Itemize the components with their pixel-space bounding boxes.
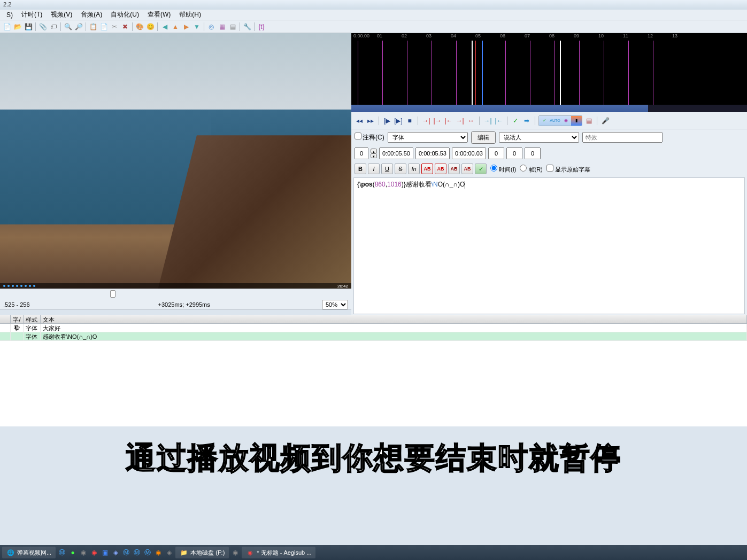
time-radio-label[interactable]: 时间(I) <box>490 165 516 174</box>
frame-radio-label[interactable]: 帧(R) <box>520 165 542 174</box>
zoom-select[interactable]: 50% <box>322 300 348 309</box>
show-original-checkbox[interactable] <box>546 165 553 172</box>
play-before-end-icon[interactable]: |← <box>444 116 453 126</box>
taskbar-icon[interactable]: ● <box>68 548 77 557</box>
waveform-spectrum[interactable] <box>351 41 747 105</box>
grid-row[interactable]: 字体 感谢收看\NO(∩_∩)O <box>0 332 747 341</box>
menu-audio[interactable]: 音频(A) <box>76 9 106 20</box>
auto-commit-toggle[interactable]: ✓ <box>539 116 550 126</box>
start-time-input[interactable] <box>379 147 413 159</box>
auto-next-toggle[interactable]: AUTO <box>550 116 560 126</box>
margin-r-input[interactable] <box>506 147 522 159</box>
grid-empty-area[interactable] <box>0 341 747 426</box>
waveform-scrollbar[interactable] <box>351 105 747 112</box>
cut-icon[interactable]: ✂ <box>110 22 119 32</box>
menu-automation[interactable]: 自动化(U) <box>106 9 143 20</box>
save-icon[interactable]: 💾 <box>24 22 33 32</box>
spectrum-toggle[interactable]: ▮ <box>571 116 582 126</box>
taskbar-item[interactable]: 🌐弹幕视频网... <box>2 547 56 558</box>
taskbar-icon[interactable]: Ⓜ <box>143 548 152 557</box>
taskbar-icon[interactable]: Ⓜ <box>58 548 66 557</box>
duration-input[interactable] <box>452 147 486 159</box>
karaoke-icon[interactable]: 🎤 <box>600 116 610 126</box>
script-icon[interactable]: {t} <box>257 22 266 32</box>
play-selection-icon[interactable]: [▶ <box>382 116 392 126</box>
menu-view[interactable]: 查看(W) <box>143 9 175 20</box>
style-select[interactable]: 字体 <box>388 132 468 143</box>
video-preview[interactable]: 20:42 .525 - 256 +3025ms; +2995ms 50% <box>0 33 351 310</box>
face-icon[interactable]: 😊 <box>145 22 155 32</box>
actor-select[interactable]: 说话人 <box>499 132 579 143</box>
video-seek-slider[interactable] <box>0 289 351 299</box>
margin-v-input[interactable] <box>525 147 541 159</box>
replace-icon[interactable]: 🔎 <box>74 22 83 32</box>
lead-in-icon[interactable]: →| <box>483 116 492 126</box>
delete-icon[interactable]: ✖ <box>120 22 130 32</box>
taskbar-icon[interactable]: Ⓜ <box>122 548 130 557</box>
play-after-start-icon[interactable]: |→ <box>433 116 442 126</box>
clip-icon[interactable]: 📎 <box>38 22 48 32</box>
grid-header-text[interactable]: 文本 <box>41 315 747 323</box>
next-line-icon[interactable]: ▸▸ <box>366 116 375 126</box>
bold-button[interactable]: B <box>355 164 366 174</box>
copy-icon[interactable]: 📋 <box>88 22 98 32</box>
play-after-end-icon[interactable]: →| <box>455 116 465 126</box>
stop-icon[interactable]: ■ <box>405 116 414 126</box>
time-radio[interactable] <box>490 165 497 172</box>
seek-thumb[interactable] <box>110 290 115 298</box>
effect-input[interactable] <box>582 132 663 143</box>
next-commit-icon[interactable]: ➡ <box>522 116 532 126</box>
open-folder-icon[interactable]: 📂 <box>13 22 22 32</box>
font-button[interactable]: fn <box>408 164 420 174</box>
taskbar-item-aegisub[interactable]: ◉* 无标题 - Aegisub ... <box>242 547 315 558</box>
comment-checkbox[interactable] <box>355 133 361 139</box>
taskbar-icon[interactable]: ◉ <box>231 548 240 557</box>
edit-style-button[interactable]: 编辑 <box>471 131 496 144</box>
margin-l-input[interactable] <box>488 147 504 159</box>
taskbar-item-explorer[interactable]: 📁本地磁盘 (F:) <box>175 547 229 558</box>
taskbar-icon[interactable]: ▣ <box>101 548 109 557</box>
color2-button[interactable]: AB <box>435 164 446 174</box>
audio-waveform[interactable]: 0:00:00 01 02 03 04 05 06 07 08 09 10 11… <box>351 33 747 112</box>
taskbar-icon[interactable]: ◉ <box>154 548 163 557</box>
taskbar-icon[interactable]: Ⓜ <box>133 548 141 557</box>
menu-timing[interactable]: 计时(T) <box>17 9 47 20</box>
scrollbar-thumb[interactable] <box>351 105 648 112</box>
menu-help[interactable]: 帮助(H) <box>175 9 205 20</box>
commit-icon[interactable]: ✓ <box>511 116 520 126</box>
show-original-label[interactable]: 显示原始字幕 <box>546 165 590 174</box>
color1-button[interactable]: AB <box>421 164 433 174</box>
tools-icon[interactable]: 🔧 <box>242 22 252 32</box>
find-icon[interactable]: 🔍 <box>63 22 73 32</box>
list-icon[interactable]: ▤ <box>228 22 237 32</box>
frame-icon[interactable]: ▦ <box>217 22 227 32</box>
taskbar-icon[interactable]: ◈ <box>165 548 173 557</box>
lead-out-icon[interactable]: |← <box>494 116 504 126</box>
subtitle-text-input[interactable]: {\pos(860,1016)}感谢收看\NO(∩_∩)O <box>353 177 745 314</box>
grid-header-style[interactable]: 样式 <box>24 315 41 323</box>
arrow-left-icon[interactable]: ◀ <box>160 22 170 32</box>
color4-button[interactable]: AB <box>461 164 473 174</box>
taskbar-icon[interactable]: ◉ <box>79 548 88 557</box>
auto-scroll-toggle[interactable]: ◉ <box>560 116 571 126</box>
grid-header-cps[interactable]: 字/秒 <box>11 315 24 323</box>
arrow-right-icon[interactable]: ▶ <box>181 22 191 32</box>
grid-header-blank[interactable] <box>0 315 11 323</box>
menu-video[interactable]: 视频(V) <box>47 9 76 20</box>
menu-s[interactable]: S) <box>2 10 17 20</box>
comment-checkbox-label[interactable]: 注释(C) <box>355 133 384 142</box>
new-file-icon[interactable]: 📄 <box>2 22 12 32</box>
color3-button[interactable]: AB <box>448 164 460 174</box>
taskbar-icon[interactable]: ◉ <box>90 548 98 557</box>
play-line-icon[interactable]: [▶] <box>394 116 403 126</box>
tag-icon[interactable]: 🏷 <box>49 22 58 32</box>
target-icon[interactable]: ◎ <box>206 22 216 32</box>
layer-spinner[interactable]: ▴▾ <box>371 149 377 158</box>
play-before-start-icon[interactable]: →| <box>421 116 431 126</box>
underline-button[interactable]: U <box>381 164 393 174</box>
play-500-before-icon[interactable]: ↔ <box>466 116 476 126</box>
style-icon[interactable]: 🎨 <box>135 22 144 32</box>
end-time-input[interactable] <box>415 147 450 159</box>
medusa-toggle[interactable]: ▤ <box>584 116 594 126</box>
arrow-up-icon[interactable]: ▲ <box>171 22 180 32</box>
